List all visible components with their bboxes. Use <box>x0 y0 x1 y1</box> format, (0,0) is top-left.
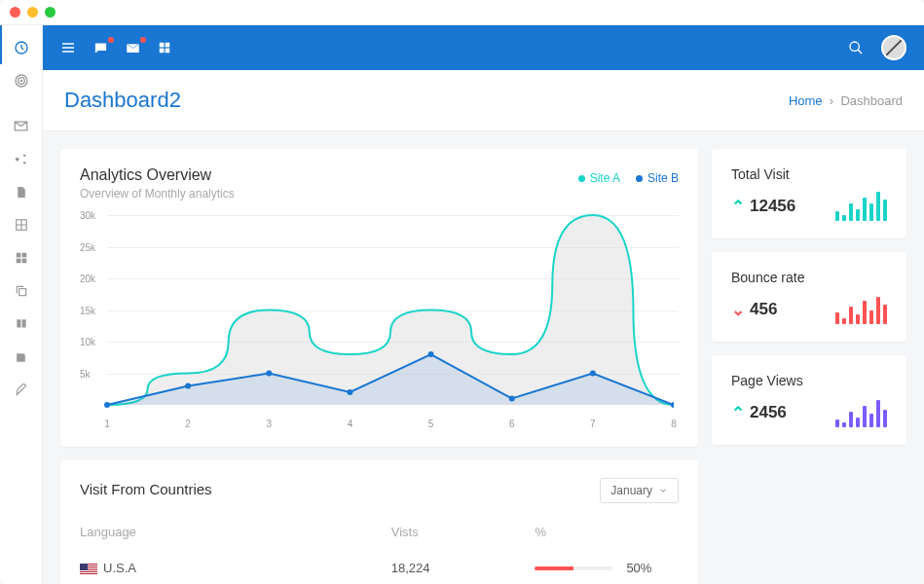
titlebar <box>0 0 924 25</box>
stat-value: ⌃2456 <box>731 403 787 423</box>
sidebar-item-brush[interactable] <box>0 374 43 407</box>
svg-point-21 <box>347 389 352 395</box>
chart-legend: Site A Site B <box>578 171 679 185</box>
svg-point-18 <box>104 402 110 408</box>
sidebar <box>0 25 43 584</box>
sidebar-item-share[interactable] <box>0 142 43 175</box>
page-header: Dashboard2 Home › Dashboard <box>43 70 924 131</box>
chart: 30k25k20k15k10k5k12345678 <box>80 210 679 429</box>
mail-icon[interactable] <box>126 41 140 55</box>
sidebar-item-dashboard[interactable] <box>0 31 43 64</box>
stat-label: Page Views <box>731 373 887 388</box>
chat-icon[interactable] <box>93 41 108 55</box>
sidebar-item-apps[interactable] <box>0 241 43 274</box>
breadcrumb: Home › Dashboard <box>789 93 903 108</box>
svg-rect-8 <box>16 253 20 258</box>
svg-rect-10 <box>16 259 20 264</box>
menu-icon[interactable] <box>60 40 76 55</box>
sparkline <box>835 295 887 324</box>
legend-item-b: Site B <box>636 171 679 185</box>
svg-rect-15 <box>160 49 165 54</box>
stat-value: ⌄456 <box>731 300 777 320</box>
svg-point-23 <box>509 396 515 402</box>
svg-point-3 <box>20 80 21 81</box>
flag-icon <box>80 564 97 575</box>
analytics-card: Analytics Overview Overview of Monthly a… <box>60 149 698 447</box>
sidebar-item-grid[interactable] <box>0 208 43 241</box>
svg-rect-12 <box>18 289 25 296</box>
avatar[interactable] <box>881 35 906 60</box>
stat-label: Total Visit <box>731 166 887 182</box>
stat-value: ⌃12456 <box>731 197 795 217</box>
chevron-right-icon: › <box>826 93 840 108</box>
sparkline <box>835 398 887 427</box>
legend-item-a: Site A <box>578 171 620 185</box>
svg-point-6 <box>23 162 26 164</box>
search-icon[interactable] <box>848 40 864 55</box>
chart-subtitle: Overview of Monthly analytics <box>80 187 235 201</box>
svg-point-25 <box>671 402 674 408</box>
svg-rect-9 <box>21 253 26 258</box>
breadcrumb-home[interactable]: Home <box>789 93 823 108</box>
page-title: Dashboard2 <box>64 88 181 113</box>
sidebar-item-save[interactable] <box>0 341 43 374</box>
close-icon[interactable] <box>10 7 20 18</box>
stat-card: Total Visit⌃12456 <box>712 149 906 238</box>
countries-title: Visit From Countries <box>80 481 212 497</box>
sidebar-item-target[interactable] <box>0 64 43 97</box>
progress-bar <box>535 566 612 570</box>
svg-point-5 <box>23 154 26 157</box>
svg-point-19 <box>185 383 191 389</box>
svg-point-4 <box>16 157 19 161</box>
sidebar-item-file[interactable] <box>0 175 43 208</box>
svg-point-17 <box>850 42 859 51</box>
chevron-down-icon <box>658 486 668 495</box>
svg-rect-14 <box>166 43 170 48</box>
svg-point-22 <box>428 351 434 357</box>
apps-icon[interactable] <box>158 41 171 55</box>
svg-point-24 <box>590 371 596 377</box>
stat-label: Bounce rate <box>731 270 887 285</box>
chart-title: Analytics Overview <box>80 166 235 184</box>
table-row: U.S.A18,22450% <box>80 555 679 581</box>
stat-card: Page Views⌃2456 <box>712 355 906 445</box>
svg-rect-13 <box>160 43 165 48</box>
svg-rect-16 <box>166 49 170 54</box>
breadcrumb-current: Dashboard <box>840 93 903 108</box>
sidebar-item-mail[interactable] <box>0 109 43 142</box>
topbar <box>43 25 924 70</box>
sparkline <box>835 192 887 221</box>
sidebar-item-book[interactable] <box>0 308 43 341</box>
countries-card: Visit From Countries January Language Vi… <box>60 460 698 584</box>
stat-card: Bounce rate⌄456 <box>712 252 906 342</box>
table-header: Language Vists % <box>80 517 679 547</box>
maximize-icon[interactable] <box>45 7 55 18</box>
svg-rect-11 <box>21 259 26 264</box>
sidebar-item-copy[interactable] <box>0 274 43 308</box>
month-select[interactable]: January <box>600 478 679 503</box>
minimize-icon[interactable] <box>27 7 38 18</box>
svg-point-20 <box>266 371 272 377</box>
